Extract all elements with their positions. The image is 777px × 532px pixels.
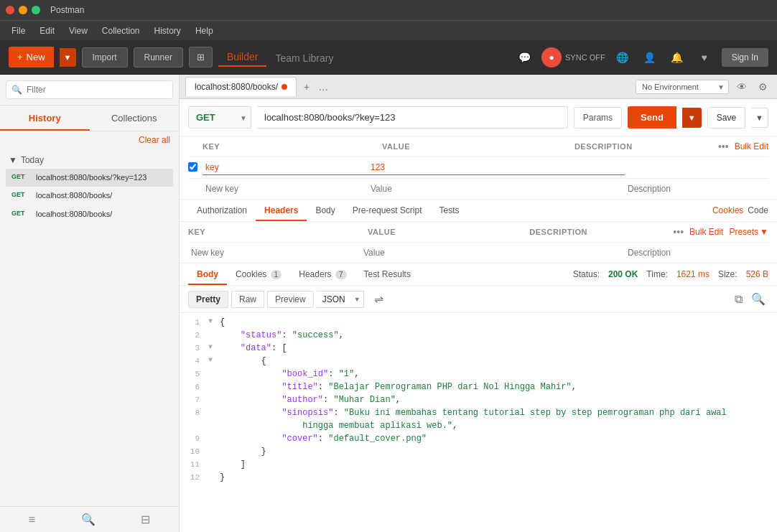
env-view-button[interactable]: 👁	[733, 79, 750, 95]
history-entry-1[interactable]: GET localhost:8080/books/	[6, 187, 173, 205]
tab-options-button[interactable]: …	[315, 80, 331, 94]
maximize-button[interactable]	[32, 6, 40, 14]
history-date-today[interactable]: ▼ Today	[6, 151, 173, 169]
cookies-button[interactable]: Cookies	[712, 205, 743, 215]
param-checkbox-0[interactable]	[188, 162, 197, 172]
menu-view[interactable]: View	[63, 24, 93, 38]
headers-more-button[interactable]: •••	[673, 226, 684, 238]
params-bulk-edit-button[interactable]: Bulk Edit	[735, 141, 768, 151]
tab-collections[interactable]: Collections	[90, 106, 180, 131]
copy-response-button[interactable]: ⧉	[732, 289, 745, 309]
tab-title: localhost:8080/books/	[195, 82, 278, 92]
params-more-button[interactable]: •••	[718, 141, 729, 152]
line-number: 1	[180, 317, 208, 327]
heart-icon[interactable]: ♥	[694, 47, 715, 67]
team-library-tab[interactable]: Team Library	[266, 50, 342, 67]
menu-history[interactable]: History	[149, 24, 187, 38]
globe-icon[interactable]: 🌐	[613, 47, 633, 67]
close-button[interactable]	[6, 6, 14, 14]
fold-icon[interactable]: ▼	[208, 343, 220, 351]
value-column-header: Value	[382, 142, 574, 151]
sidebar-bottom-icon-1[interactable]: ≡	[29, 513, 35, 526]
format-preview-button[interactable]: Preview	[267, 291, 314, 308]
sub-tab-body[interactable]: Body	[307, 200, 343, 221]
environment-select[interactable]: No Environment	[636, 80, 729, 94]
fold-icon[interactable]: ▼	[208, 356, 220, 364]
sub-tab-headers[interactable]: Headers	[256, 200, 307, 221]
history-entry-2[interactable]: GET localhost:8080/books/	[6, 205, 173, 223]
builder-tab[interactable]: Builder	[218, 48, 267, 67]
env-manage-button[interactable]: ⚙	[755, 79, 771, 95]
line-number: 12	[180, 472, 208, 482]
add-tab-button[interactable]: +	[301, 80, 312, 94]
save-button[interactable]: Save	[707, 107, 745, 129]
chat-icon[interactable]: 💬	[514, 47, 534, 67]
response-code-area[interactable]: 1▼{2 "status": "success",3▼ "data": [4▼ …	[180, 313, 777, 532]
params-button[interactable]: Params	[574, 107, 622, 129]
sub-tab-tests[interactable]: Tests	[430, 200, 467, 221]
param-desc-new[interactable]	[625, 182, 768, 196]
clear-all-button[interactable]: Clear all	[0, 131, 179, 149]
param-value-new[interactable]	[368, 182, 625, 196]
menu-file[interactable]: File	[6, 24, 31, 38]
bell-icon[interactable]: 🔔	[667, 47, 687, 67]
headers-count-badge: 7	[335, 270, 347, 279]
sub-tab-pre-request[interactable]: Pre-request Script	[344, 200, 431, 221]
code-button[interactable]: Code	[748, 205, 768, 215]
params-header: Key Value Description ••• Bulk Edit	[188, 136, 768, 157]
sync-button[interactable]: ● SYNC OFF	[541, 47, 605, 67]
cookies-count-badge: 1	[271, 270, 282, 279]
fold-icon[interactable]: ▼	[208, 317, 220, 325]
runner-button[interactable]: Runner	[134, 47, 183, 67]
resp-tab-test-results[interactable]: Test Results	[355, 263, 419, 285]
save-dropdown-button[interactable]: ▼	[751, 108, 768, 128]
param-key-new[interactable]	[203, 182, 368, 196]
history-entry-0[interactable]: GET localhost:8080/books/?key=123	[6, 169, 173, 187]
resp-tab-body[interactable]: Body	[188, 263, 227, 285]
request-tab-0[interactable]: localhost:8080/books/	[185, 77, 297, 96]
minimize-button[interactable]	[19, 6, 27, 14]
user-icon[interactable]: 👤	[640, 47, 660, 67]
status-value: 200 OK	[608, 269, 638, 279]
headers-bulk-edit-button[interactable]: Bulk Edit	[689, 227, 723, 237]
line-number: 10	[180, 447, 208, 456]
new-button[interactable]: + New	[9, 47, 54, 67]
send-button[interactable]: Send	[628, 106, 676, 129]
format-raw-button[interactable]: Raw	[231, 291, 264, 308]
code-line-content: {	[220, 356, 777, 366]
filter-input[interactable]	[6, 80, 173, 99]
layout-button[interactable]: ⊞	[189, 47, 213, 67]
import-button[interactable]: Import	[82, 47, 128, 67]
sidebar-bottom-icon-2[interactable]: 🔍	[81, 513, 96, 526]
menu-edit[interactable]: Edit	[34, 24, 60, 38]
header-key-input[interactable]	[188, 246, 360, 260]
history-url-2: localhost:8080/books/	[36, 209, 112, 220]
param-desc-0[interactable]	[625, 161, 768, 175]
new-dropdown-button[interactable]: ▼	[60, 48, 76, 67]
format-type-select[interactable]: JSON XML HTML Text	[317, 291, 364, 308]
code-line: 12}	[180, 472, 777, 485]
sidebar-bottom-icon-3[interactable]: ⊟	[141, 513, 150, 526]
send-dropdown-button[interactable]: ▼	[682, 108, 702, 128]
headers-presets-button[interactable]: Presets ▼	[729, 227, 768, 237]
param-key-0[interactable]	[203, 160, 368, 175]
sub-tab-authorization[interactable]: Authorization	[188, 200, 256, 221]
menu-help[interactable]: Help	[190, 24, 219, 38]
wrap-text-button[interactable]: ⇌	[370, 289, 388, 309]
format-pretty-button[interactable]: Pretty	[188, 291, 228, 308]
resp-tab-cookies[interactable]: Cookies 1	[227, 263, 290, 285]
tab-history[interactable]: History	[0, 106, 90, 131]
sign-in-button[interactable]: Sign In	[722, 48, 768, 67]
url-input[interactable]	[257, 106, 568, 129]
resp-tab-headers[interactable]: Headers 7	[290, 263, 355, 285]
param-value-0[interactable]	[368, 160, 625, 175]
param-row-0	[188, 157, 768, 178]
search-response-button[interactable]: 🔍	[748, 289, 768, 309]
line-number: 6	[180, 382, 208, 391]
hdr-desc-col: Description	[529, 228, 673, 236]
header-value-input[interactable]	[360, 246, 625, 260]
menu-collection[interactable]: Collection	[96, 24, 146, 38]
method-select[interactable]: GET POST PUT DELETE	[188, 106, 251, 129]
sidebar: 🔍 History Collections Clear all ▼ Today …	[0, 75, 180, 532]
header-desc-input[interactable]	[625, 246, 768, 260]
